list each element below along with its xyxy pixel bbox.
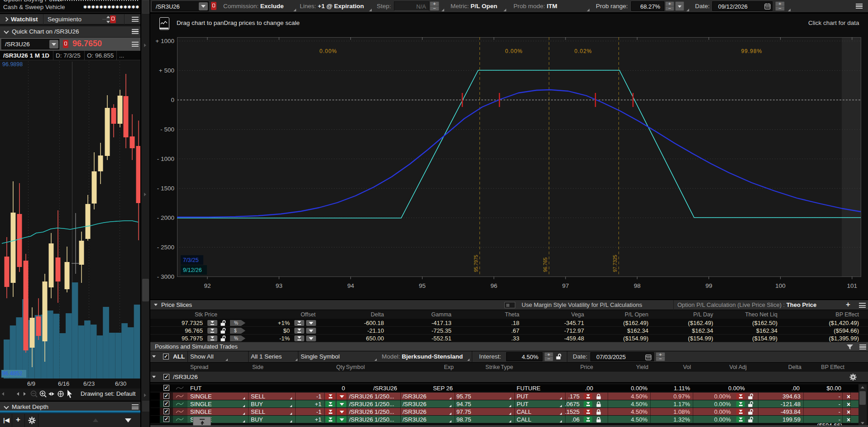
svg-text:96: 96 xyxy=(490,282,497,289)
svg-text:95.7975: 95.7975 xyxy=(473,255,479,272)
svg-text:97.7325: 97.7325 xyxy=(612,255,618,272)
svg-text:0.00%: 0.00% xyxy=(319,48,337,54)
svg-text:0.02%: 0.02% xyxy=(574,48,592,54)
svg-text:99: 99 xyxy=(705,282,712,289)
svg-text:93: 93 xyxy=(276,282,283,289)
svg-text:92: 92 xyxy=(204,282,211,289)
svg-text:- 1000: - 1000 xyxy=(157,155,174,162)
svg-text:+ 1000: + 1000 xyxy=(155,38,174,44)
svg-text:+ 500: + 500 xyxy=(159,67,174,74)
svg-text:0.00%: 0.00% xyxy=(505,48,523,54)
svg-text:99.98%: 99.98% xyxy=(741,48,762,54)
svg-text:- 500: - 500 xyxy=(160,126,174,133)
svg-text:101: 101 xyxy=(847,282,858,289)
svg-text:95: 95 xyxy=(419,282,426,289)
svg-text:- 1500: - 1500 xyxy=(157,185,174,192)
svg-text:100: 100 xyxy=(775,282,786,289)
svg-text:- 2500: - 2500 xyxy=(157,244,174,251)
svg-text:7/3/25: 7/3/25 xyxy=(183,257,199,263)
svg-text:- 2000: - 2000 xyxy=(157,214,174,221)
svg-text:96.765: 96.765 xyxy=(542,257,548,272)
svg-text:97: 97 xyxy=(562,282,569,289)
svg-text:9/12/26: 9/12/26 xyxy=(183,267,202,273)
svg-text:98: 98 xyxy=(634,282,641,289)
svg-text:0: 0 xyxy=(171,97,174,103)
svg-text:94: 94 xyxy=(347,282,355,289)
svg-text:- 3000: - 3000 xyxy=(157,273,174,280)
